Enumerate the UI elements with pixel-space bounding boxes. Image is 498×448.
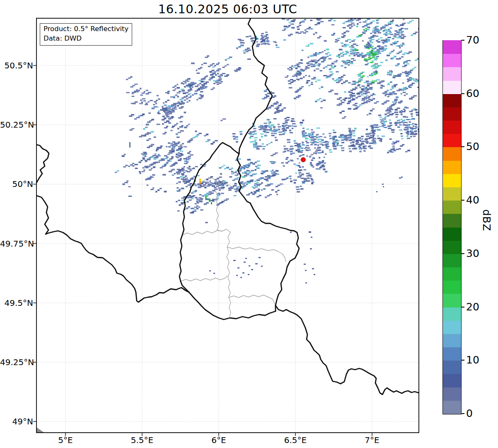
y-tick-label: 50°N — [0, 179, 33, 189]
colorbar-tick-mark — [462, 146, 464, 147]
colorbar-band — [443, 40, 461, 54]
product-annotation-box: Product: 0.5° Reflectivity Data: DWD — [40, 23, 132, 46]
colorbar-band — [443, 107, 461, 121]
colorbar-band — [443, 281, 461, 294]
radar-map-canvas — [0, 0, 498, 448]
colorbar-band — [443, 267, 461, 281]
colorbar-tick-label: 40 — [466, 194, 491, 206]
colorbar-tick-label: 20 — [466, 301, 491, 313]
radar-echo-layer — [115, 14, 425, 283]
region-border-line — [182, 229, 230, 247]
colorbar-tick-mark — [462, 307, 464, 308]
x-tick-label: 7°E — [347, 435, 397, 445]
x-tick-label: 6.5°E — [271, 435, 320, 445]
data-source-label: Data: DWD — [44, 34, 128, 44]
colorbar-band — [443, 334, 461, 347]
colorbar-tick-mark — [462, 413, 464, 414]
colorbar-tick-mark — [462, 253, 464, 254]
y-tick-label: 49°N — [0, 416, 33, 427]
colorbar-band — [443, 254, 461, 267]
product-label: Product: 0.5° Reflectivity — [44, 24, 128, 34]
x-tick-label: 5°E — [41, 435, 90, 445]
colorbar-band — [443, 94, 461, 107]
axis-tick-marks — [33, 65, 372, 436]
y-tick-label: 50.25°N — [0, 119, 33, 130]
figure: 16.10.2025 06:03 UTC Product: 0.5° Refle… — [0, 0, 498, 448]
country-border-line — [36, 196, 189, 302]
colorbar-band — [443, 240, 461, 254]
colorbar-band — [443, 294, 461, 308]
colorbar-band — [443, 320, 461, 334]
colorbar-tick-label: 60 — [466, 87, 491, 100]
colorbar-band — [443, 160, 461, 174]
colorbar-tick-mark — [462, 360, 464, 361]
colorbar-band — [443, 201, 461, 214]
colorbar-tick-label: 30 — [466, 247, 491, 260]
region-border-line — [227, 247, 231, 317]
colorbar-band — [443, 187, 461, 201]
colorbar-axis-label: dBZ — [481, 209, 493, 231]
country-border-line — [276, 305, 419, 395]
colorbar-band — [443, 134, 461, 148]
y-tick-label: 49.25°N — [0, 357, 33, 368]
colorbar-band — [443, 120, 461, 134]
x-tick-label: 6°E — [194, 435, 244, 445]
country-border-line — [36, 145, 49, 183]
country-border-line — [179, 143, 239, 292]
colorbar-tick-mark — [462, 200, 464, 201]
colorbar-band — [443, 374, 461, 387]
colorbar-band — [443, 227, 461, 241]
colorbar-tick-mark — [462, 40, 464, 41]
colorbar-band — [443, 387, 461, 401]
colorbar-tick-label: 70 — [466, 34, 491, 46]
region-border-line — [227, 247, 286, 262]
colorbar-band — [443, 361, 461, 374]
colorbar-band — [443, 214, 461, 228]
radar-site-marker — [301, 157, 305, 162]
colorbar-band — [443, 174, 461, 187]
colorbar-band — [443, 80, 461, 94]
colorbar-tick-label: 0 — [466, 407, 491, 420]
colorbar-band — [443, 307, 461, 321]
y-tick-label: 49.75°N — [0, 238, 33, 249]
colorbar-tick-label: 50 — [466, 140, 491, 153]
colorbar-band — [443, 54, 461, 68]
colorbar-tick-label: 10 — [466, 354, 491, 366]
y-tick-label: 50.5°N — [0, 60, 33, 71]
region-border-line — [229, 295, 276, 305]
x-tick-label: 5.5°E — [117, 435, 167, 445]
region-border-line — [181, 276, 227, 281]
colorbar-band — [443, 67, 461, 81]
colorbar-band — [443, 147, 461, 161]
colorbar-band — [443, 400, 461, 414]
y-tick-label: 49.5°N — [0, 298, 33, 308]
colorbar-tick-mark — [462, 93, 464, 94]
colorbar — [442, 40, 462, 414]
corner-border-fragment — [36, 427, 44, 433]
colorbar-band — [443, 347, 461, 361]
